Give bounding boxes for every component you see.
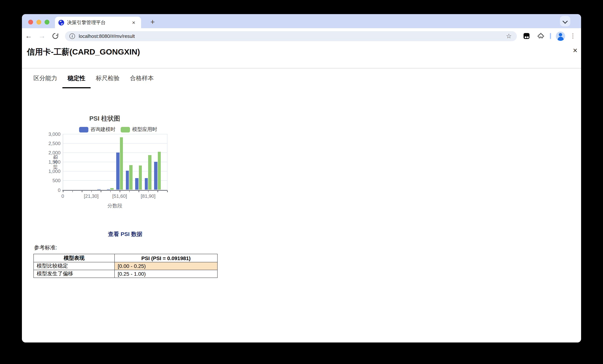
legend-label: 咨询建模时 <box>90 126 116 133</box>
x-axis-tick <box>120 191 120 192</box>
grid-line <box>63 134 167 134</box>
legend-item-咨询建模时[interactable]: 咨询建模时 <box>79 126 121 133</box>
bar-咨询建模时 <box>97 189 100 190</box>
y-axis-tick-label: 500 <box>41 178 60 183</box>
page-content: 信用卡-工薪(CARD_GONGXIN) × 区分能力稳定性标尺检验合格样本 P… <box>22 44 581 342</box>
browser-window: 决策引擎管理平台 × + ← → i localhost:8080/#/mv/r… <box>22 14 581 342</box>
avatar-person-icon <box>559 33 562 36</box>
extensions-puzzle-icon[interactable] <box>537 33 544 40</box>
psi-reference-table: 模型表现PSI (PSI = 0.091981)模型比较稳定[0.00 - 0.… <box>34 254 218 278</box>
table-row: 模型发生了偏移[0.25 - 1.00) <box>34 270 217 278</box>
x-axis-tick-label: [21,30] <box>80 193 102 199</box>
browser-tab[interactable]: 决策引擎管理平台 × <box>55 17 141 28</box>
toolbar-divider <box>550 33 551 39</box>
y-axis-tick-label: 2,500 <box>41 141 60 146</box>
x-axis-tick <box>110 191 111 192</box>
bar-咨询建模时 <box>107 189 110 190</box>
address-bar[interactable]: i localhost:8080/#/mv/result ☆ <box>65 31 517 41</box>
legend-label: 模型应用时 <box>132 126 157 133</box>
bookmark-star-icon[interactable]: ☆ <box>506 32 512 40</box>
y-axis-tick-label: 0 <box>41 187 60 193</box>
x-axis-name: 分数段 <box>100 202 130 209</box>
bar-咨询建模时 <box>116 152 120 190</box>
y-axis-tick-label: 3,000 <box>41 131 60 137</box>
grid-line <box>63 152 167 153</box>
reference-standard-label: 参考标准: <box>34 244 57 251</box>
x-axis-line <box>62 190 167 191</box>
x-axis-tick <box>148 191 149 192</box>
table-cell: [0.25 - 1.00) <box>115 270 217 278</box>
extension-shortcut-icon[interactable] <box>523 33 530 39</box>
chart-title: PSI 柱状图 <box>64 114 146 123</box>
chevron-down-icon <box>563 18 568 23</box>
window-minimize-button[interactable] <box>36 20 41 24</box>
browser-menu-icon[interactable]: ⋮ <box>568 28 577 44</box>
x-axis-tick <box>139 191 139 192</box>
bar-模型应用时 <box>110 188 114 190</box>
url-text[interactable]: localhost:8080/#/mv/result <box>79 33 506 39</box>
x-axis-tick-label: [81,90] <box>137 193 159 199</box>
bar-模型应用时 <box>139 166 142 190</box>
x-axis-tick <box>129 191 130 192</box>
bar-咨询建模时 <box>145 178 148 190</box>
browser-tab-strip: 决策引擎管理平台 × + <box>22 14 581 28</box>
table-row: 模型比较稳定[0.00 - 0.25) <box>34 262 217 270</box>
tab-search-button[interactable] <box>560 16 570 26</box>
table-cell: 模型比较稳定 <box>34 262 115 270</box>
bar-咨询建模时 <box>154 162 157 190</box>
grid-line <box>63 143 167 144</box>
table-cell: [0.00 - 0.25) <box>115 262 217 270</box>
bar-模型应用时 <box>158 152 161 190</box>
plot-left-border <box>63 134 63 190</box>
legend-swatch <box>121 127 130 132</box>
x-axis-tick <box>63 191 63 192</box>
view-psi-data-link[interactable]: 查看 PSI 数据 <box>81 231 170 238</box>
chart-legend: 咨询建模时模型应用时 <box>72 126 169 133</box>
psi-bar-chart: PSI 柱状图咨询建模时模型应用时05001,0001,5002,0002,50… <box>22 44 581 342</box>
window-zoom-button[interactable] <box>45 20 49 24</box>
x-axis-tick <box>167 191 168 192</box>
tab-close-icon[interactable]: × <box>130 19 137 26</box>
y-axis-tick-label: 1,000 <box>41 169 60 174</box>
reload-button[interactable] <box>52 33 59 39</box>
window-close-button[interactable] <box>28 20 33 24</box>
bar-模型应用时 <box>120 137 123 190</box>
site-favicon-icon <box>58 20 64 25</box>
x-axis-tick <box>91 191 92 192</box>
table-header: 模型表现 <box>34 254 115 262</box>
bar-模型应用时 <box>148 155 151 190</box>
profile-avatar[interactable] <box>556 31 565 41</box>
bar-咨询建模时 <box>135 178 139 190</box>
forward-button: → <box>36 28 47 44</box>
x-axis-tick-label: 0 <box>52 193 74 199</box>
x-axis-tick <box>158 191 158 192</box>
table-header: PSI (PSI = 0.091981) <box>115 254 217 262</box>
screen: 决策引擎管理平台 × + ← → i localhost:8080/#/mv/r… <box>0 0 603 364</box>
y-axis-name: 样本数 <box>52 154 59 169</box>
site-info-icon[interactable]: i <box>70 33 75 39</box>
bar-咨询建模时 <box>126 171 129 190</box>
bar-模型应用时 <box>129 165 133 190</box>
x-axis-tick <box>72 191 73 192</box>
legend-swatch <box>79 127 88 132</box>
legend-item-模型应用时[interactable]: 模型应用时 <box>121 126 162 133</box>
browser-toolbar: ← → i localhost:8080/#/mv/result ☆ ⋮ <box>22 28 581 44</box>
x-axis-tick-label: [51,60] <box>109 193 131 199</box>
back-button[interactable]: ← <box>23 28 34 44</box>
table-cell: 模型发生了偏移 <box>34 270 115 278</box>
x-axis-tick <box>82 191 82 192</box>
tab-title: 决策引擎管理平台 <box>67 19 129 26</box>
plot-right-border <box>167 134 167 190</box>
new-tab-button[interactable]: + <box>147 17 158 27</box>
x-axis-tick <box>101 191 101 192</box>
